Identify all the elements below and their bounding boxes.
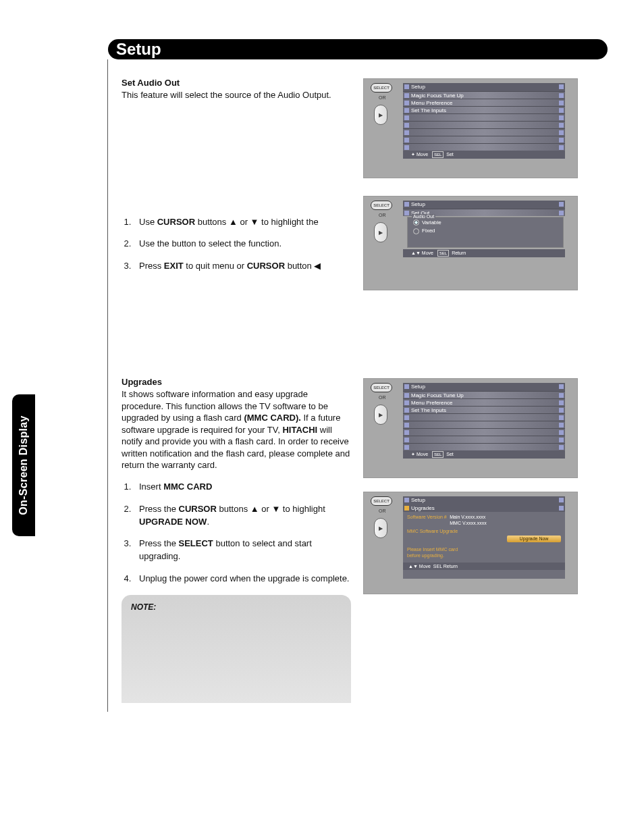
or-label: OR	[379, 395, 386, 400]
osd-menu-item	[403, 143, 565, 151]
step-u3: Press the SELECT button to select and st…	[134, 538, 351, 563]
step-u1: Insert MMC CARD	[134, 481, 351, 494]
osd-menu-item	[403, 113, 565, 121]
or-label: OR	[379, 213, 386, 217]
osd-menu-title: Setup	[403, 383, 565, 391]
osd-menu-item: Set The Inputs	[403, 406, 565, 413]
page-title: Setup	[116, 40, 161, 58]
osd-upgrades-header: Upgrades	[403, 504, 565, 512]
osd-menu-item	[403, 436, 565, 443]
osd-menu-footer: ▲▼ Move SEL Return	[403, 249, 565, 257]
osd-menu: Setup Magic Focus Tune Up Menu Preferenc…	[403, 383, 565, 459]
osd-menu-item: Menu Preference	[403, 99, 565, 106]
osd-audio-out-panel: Audio Out Variable Fixed	[407, 217, 564, 248]
dpad-icon: ▶	[374, 105, 387, 125]
osd-option-variable: Variable	[413, 219, 563, 226]
select-button-icon: SELECT	[371, 383, 392, 392]
osd-insert-note: Please Insert MMC card before upgrading.	[407, 546, 561, 558]
steps-upgrades: Insert MMC CARD Press the CURSOR buttons…	[134, 481, 351, 585]
step-3: Press EXIT to quit menu or CURSOR button…	[134, 260, 351, 273]
osd-menu-item	[403, 428, 565, 436]
osd-menu-item: Menu Preference	[403, 398, 565, 406]
heading-upgrades: Upgrades	[122, 377, 351, 387]
osd-menu: Setup Magic Focus Tune Up Menu Preferenc…	[403, 83, 565, 159]
osd-menu-item	[403, 443, 565, 450]
osd-upgrade-now-button: Upgrade Now	[507, 536, 561, 542]
or-label: OR	[379, 509, 386, 513]
osd-menu-item	[403, 136, 565, 143]
screenshot-setup-menu-2: SELECT OR ▶ Setup Magic Focus Tune Up Me…	[363, 378, 578, 478]
vertical-rule	[107, 59, 108, 712]
step-2: Use the button to select the function.	[134, 238, 351, 251]
side-tab-label: On-Screen Display	[18, 415, 30, 515]
note-label: NOTE:	[131, 602, 156, 612]
osd-menu: Setup	[403, 496, 565, 504]
osd-menu-item	[403, 128, 565, 136]
screenshot-audio-out: SELECT OR ▶ Setup Set Out Audio Out Vari…	[363, 196, 578, 290]
osd-menu-footer: ▲▼ Move SEL Return	[403, 563, 565, 570]
osd-menu-footer-wrap: ▲▼ Move SEL Return	[403, 249, 565, 257]
select-button-icon: SELECT	[371, 201, 392, 210]
intro-set-audio-out: This feature will select the source of t…	[122, 89, 351, 101]
step-u2: Press the CURSOR buttons ▲ or ▼ to highl…	[134, 503, 351, 529]
osd-mmc-label: MMC Software Upgrade	[407, 529, 561, 533]
screenshot-upgrades: SELECT OR ▶ Setup Upgrades Software Vers…	[363, 492, 578, 594]
osd-menu-footer: ✦ Move SEL Set	[403, 151, 565, 159]
osd-menu-item	[403, 121, 565, 128]
section-set-audio-out: Set Audio Out This feature will select t…	[122, 78, 351, 282]
dpad-icon: ▶	[374, 405, 387, 425]
osd-menu-item: Magic Focus Tune Up	[403, 391, 565, 398]
side-tab: On-Screen Display	[12, 394, 35, 536]
osd-menu-title: Setup	[403, 201, 565, 209]
osd-group-label: Audio Out	[412, 214, 435, 219]
screenshot-setup-menu-1: SELECT OR ▶ Setup Magic Focus Tune Up Me…	[363, 78, 578, 178]
section-upgrades: Upgrades It shows software information a…	[122, 377, 351, 703]
osd-option-fixed: Fixed	[413, 228, 563, 234]
osd-menu-footer: ✦ Move SEL Set	[403, 450, 565, 459]
osd-menu-item	[403, 421, 565, 428]
osd-menu-title: Setup	[403, 83, 565, 91]
osd-menu-item	[403, 413, 565, 421]
dpad-icon: ▶	[374, 222, 387, 242]
osd-menu-item: Set The Inputs	[403, 106, 565, 113]
page-title-bar: Setup	[108, 39, 608, 59]
dpad-icon: ▶	[374, 518, 387, 538]
step-1: Use CURSOR buttons ▲ or ▼ to highlight t…	[134, 216, 351, 229]
heading-set-audio-out: Set Audio Out	[122, 78, 351, 88]
select-button-icon: SELECT	[371, 83, 392, 93]
osd-upgrades-panel: Upgrades Software Version # Main V.xxxx.…	[403, 504, 565, 579]
note-box: NOTE:	[122, 595, 351, 703]
osd-menu-title: Setup	[403, 496, 565, 504]
select-button-icon: SELECT	[371, 496, 392, 506]
step-u4: Unplug the power cord when the upgrade i…	[134, 573, 351, 585]
osd-menu-item: Magic Focus Tune Up	[403, 91, 565, 99]
or-label: OR	[379, 95, 386, 100]
intro-upgrades: It shows software information and easy u…	[122, 388, 351, 471]
osd-software-version: Software Version # Main V.xxxx.xxxx Soft…	[407, 514, 561, 526]
steps-set-audio-out: Use CURSOR buttons ▲ or ▼ to highlight t…	[134, 216, 351, 273]
